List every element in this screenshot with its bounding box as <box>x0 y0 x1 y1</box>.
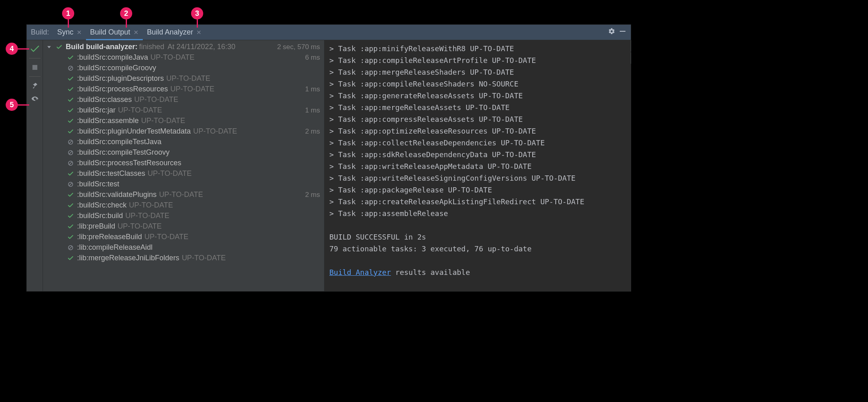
task-row[interactable]: :buildSrc:validatePluginsUP-TO-DATE2 ms <box>43 190 324 200</box>
success-icon <box>67 212 75 220</box>
task-name: :buildSrc:compileTestGroovy <box>77 148 170 157</box>
skipped-icon <box>67 138 75 146</box>
build-task-tree[interactable]: Build build-analyzer: finished At 24/11/… <box>43 40 324 291</box>
task-tag: UP-TO-DATE <box>148 169 191 178</box>
task-duration: 2 ms <box>305 191 320 199</box>
task-name: :buildSrc:build <box>77 212 123 220</box>
svg-line-13 <box>69 183 72 186</box>
task-row[interactable]: :buildSrc:classesUP-TO-DATE <box>43 95 324 105</box>
task-tag: UP-TO-DATE <box>166 74 210 83</box>
callout-leader <box>68 19 69 28</box>
task-row[interactable]: :buildSrc:pluginDescriptorsUP-TO-DATE <box>43 73 324 84</box>
tab-build-output[interactable]: Build Output ✕ <box>86 25 143 40</box>
close-icon[interactable]: ✕ <box>77 29 82 36</box>
task-row[interactable]: :lib:preBuildUP-TO-DATE <box>43 221 324 232</box>
build-analyzer-link[interactable]: Build Analyzer <box>329 268 391 277</box>
task-name: :buildSrc:processResources <box>77 85 168 93</box>
svg-line-11 <box>69 162 72 164</box>
tab-label: Sync <box>57 28 73 37</box>
task-row[interactable]: :buildSrc:processResourcesUP-TO-DATE1 ms <box>43 84 324 95</box>
build-timestamp: At 24/11/2022, 16:30 <box>168 43 235 51</box>
pin-icon[interactable] <box>29 80 41 91</box>
build-root-node[interactable]: Build build-analyzer: finished At 24/11/… <box>43 42 324 52</box>
task-name: :buildSrc:test <box>77 180 119 188</box>
close-icon[interactable]: ✕ <box>196 29 202 36</box>
stop-icon[interactable] <box>29 62 41 73</box>
task-name: :lib:mergeReleaseJniLibFolders <box>77 254 179 262</box>
minimize-icon[interactable] <box>619 28 626 37</box>
task-tag: UP-TO-DATE <box>129 201 173 210</box>
build-run-icon[interactable] <box>29 43 41 55</box>
callout-leader <box>18 48 29 50</box>
build-status: finished <box>139 43 164 51</box>
task-name: :buildSrc:testClasses <box>77 169 145 178</box>
task-row[interactable]: :buildSrc:buildUP-TO-DATE <box>43 211 324 221</box>
task-name: :buildSrc:validatePlugins <box>77 190 157 199</box>
callout-badge-5: 5 <box>6 99 18 111</box>
task-row[interactable]: :buildSrc:compileJavaUP-TO-DATE6 ms <box>43 52 324 63</box>
callout-leader <box>126 19 127 28</box>
task-row[interactable]: :lib:preReleaseBuildUP-TO-DATE <box>43 232 324 242</box>
success-icon <box>67 191 75 199</box>
task-tag: UP-TO-DATE <box>118 222 161 231</box>
task-tag: UP-TO-DATE <box>144 233 188 241</box>
callout-badge-1: 1 <box>62 7 74 19</box>
task-row[interactable]: :buildSrc:compileTestJava <box>43 137 324 147</box>
task-row[interactable]: :lib:compileReleaseAidl <box>43 242 324 253</box>
svg-rect-2 <box>32 87 34 89</box>
build-label: Build: <box>31 28 49 37</box>
close-icon[interactable]: ✕ <box>133 29 139 36</box>
tab-build-analyzer[interactable]: Build Analyzer ✕ <box>143 25 206 40</box>
skipped-icon <box>67 64 75 72</box>
task-tag: UP-TO-DATE <box>193 127 237 136</box>
success-icon <box>67 106 75 115</box>
tab-label: Build Analyzer <box>147 28 193 37</box>
console-text: results available <box>391 268 470 277</box>
task-tag: UP-TO-DATE <box>150 53 194 62</box>
task-row[interactable]: :buildSrc:compileTestGroovy <box>43 147 324 158</box>
svg-line-9 <box>69 151 72 154</box>
task-tag: UP-TO-DATE <box>159 190 203 199</box>
task-name: :buildSrc:compileJava <box>77 53 148 62</box>
task-duration: 1 ms <box>305 85 320 93</box>
success-icon <box>67 170 75 178</box>
skipped-icon <box>67 180 75 188</box>
task-row[interactable]: :buildSrc:processTestResources <box>43 158 324 169</box>
task-row[interactable]: :buildSrc:checkUP-TO-DATE <box>43 200 324 211</box>
build-console[interactable]: > Task :app:minifyReleaseWithR8 UP-TO-DA… <box>324 40 631 291</box>
task-row[interactable]: :lib:mergeReleaseJniLibFoldersUP-TO-DATE <box>43 253 324 264</box>
svg-rect-1 <box>32 65 37 70</box>
task-tag: UP-TO-DATE <box>125 212 169 220</box>
svg-line-7 <box>69 140 72 143</box>
task-name: :lib:compileReleaseAidl <box>77 243 153 252</box>
task-tag: UP-TO-DATE <box>118 106 162 115</box>
task-row[interactable]: :buildSrc:assembleUP-TO-DATE <box>43 116 324 126</box>
success-icon <box>67 128 75 136</box>
task-row[interactable]: :buildSrc:compileGroovy <box>43 63 324 73</box>
callout-badge-2: 2 <box>120 7 132 19</box>
chevron-down-icon[interactable] <box>46 43 54 51</box>
task-tag: UP-TO-DATE <box>141 117 185 125</box>
task-duration: 2 ms <box>305 128 320 136</box>
task-name: :buildSrc:classes <box>77 95 132 104</box>
success-icon <box>67 96 75 104</box>
success-icon <box>67 254 75 262</box>
task-name: :buildSrc:pluginUnderTestMetadata <box>77 127 191 136</box>
task-tag: UP-TO-DATE <box>182 254 226 262</box>
svg-line-15 <box>69 246 72 249</box>
task-name: :buildSrc:processTestResources <box>77 159 181 167</box>
task-row[interactable]: :buildSrc:testClassesUP-TO-DATE <box>43 169 324 179</box>
callout-leader <box>197 19 198 28</box>
build-duration: 2 sec, 570 ms <box>277 43 320 51</box>
task-name: :buildSrc:check <box>77 201 127 210</box>
task-row[interactable]: :buildSrc:pluginUnderTestMetadataUP-TO-D… <box>43 126 324 137</box>
view-icon[interactable] <box>29 93 41 104</box>
task-row[interactable]: :buildSrc:test <box>43 179 324 190</box>
settings-icon[interactable] <box>608 28 615 37</box>
tab-sync[interactable]: Sync ✕ <box>53 25 86 40</box>
build-tool-window: Build: Sync ✕ Build Output ✕ Build Analy… <box>26 24 631 292</box>
task-name: :lib:preBuild <box>77 222 115 231</box>
task-row[interactable]: :buildSrc:jarUP-TO-DATE1 ms <box>43 105 324 116</box>
divider <box>29 58 41 58</box>
success-icon <box>67 117 75 125</box>
